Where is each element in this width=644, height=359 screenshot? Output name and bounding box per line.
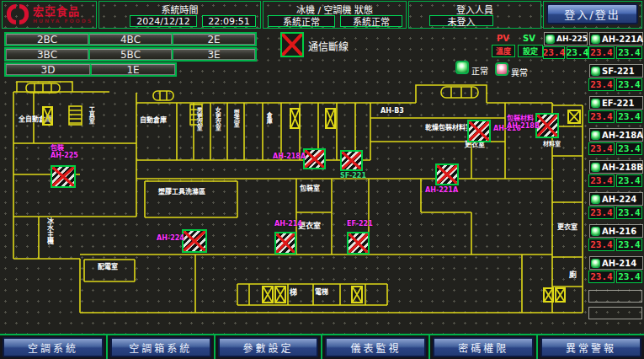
pv-value: 23.4 bbox=[588, 46, 615, 59]
pv-value: 23.4 bbox=[588, 110, 615, 123]
sv-value: 23.4 bbox=[616, 142, 642, 155]
nav-button-異常警報[interactable]: 異常警報 bbox=[540, 337, 641, 357]
unit-AH-224[interactable]: AH-224 bbox=[589, 192, 643, 206]
sv-value: 23.4 bbox=[616, 271, 642, 283]
empty-unit-slot bbox=[588, 307, 642, 319]
unit-AH-218A[interactable]: AH-218A bbox=[589, 128, 643, 142]
pv-value: 23.4 bbox=[588, 238, 615, 251]
status-lamp-icon bbox=[591, 35, 600, 44]
sv-value: 23.4 bbox=[616, 46, 642, 59]
nav-button-參數設定[interactable]: 參數設定 bbox=[218, 337, 319, 357]
pv-value: 23.4 bbox=[588, 142, 615, 155]
pv-value: 23.4 bbox=[588, 174, 615, 187]
unit-readout-panel: AH-22523.423.4AH-221A23.423.4SF-22123.42… bbox=[0, 0, 644, 359]
unit-EF-221[interactable]: EF-221 bbox=[589, 96, 643, 110]
nav-cell: 密碼權限 bbox=[428, 335, 536, 359]
nav-cell: 參數設定 bbox=[214, 335, 322, 359]
unit-AH-225[interactable]: AH-225 bbox=[544, 32, 588, 46]
nav-button-儀表監視[interactable]: 儀表監視 bbox=[325, 337, 426, 357]
nav-button-密碼權限[interactable]: 密碼權限 bbox=[433, 337, 534, 357]
status-lamp-icon bbox=[546, 35, 555, 44]
nav-cell: 異常警報 bbox=[536, 335, 644, 359]
unit-AH-216[interactable]: AH-216 bbox=[589, 224, 643, 238]
status-lamp-icon bbox=[591, 131, 600, 140]
status-lamp-icon bbox=[591, 227, 600, 236]
sv-value: 23.4 bbox=[616, 78, 642, 91]
nav-cell: 空調箱系統 bbox=[106, 335, 214, 359]
sv-value: 23.4 bbox=[616, 174, 642, 187]
sv-value: 23.4 bbox=[567, 46, 588, 59]
unit-name: AH-218B bbox=[602, 163, 643, 172]
status-lamp-icon bbox=[591, 99, 600, 108]
hmi-screen: 宏亞食品 HUNYA FOODS 系統時間 2024/12/12 22:09:5… bbox=[0, 0, 644, 359]
unit-AH-221A[interactable]: AH-221A bbox=[589, 32, 643, 46]
status-lamp-icon bbox=[591, 259, 600, 268]
unit-name: AH-216 bbox=[602, 227, 636, 236]
unit-name: AH-225 bbox=[556, 35, 588, 43]
unit-name: AH-218A bbox=[602, 131, 643, 140]
nav-cell: 空調系統 bbox=[0, 335, 106, 359]
unit-name: SF-221 bbox=[602, 67, 635, 76]
unit-name: EF-221 bbox=[602, 99, 634, 108]
pv-value: 23.4 bbox=[588, 271, 615, 283]
unit-name: AH-221A bbox=[602, 35, 643, 44]
unit-SF-221[interactable]: SF-221 bbox=[589, 64, 643, 78]
status-lamp-icon bbox=[591, 195, 600, 204]
unit-AH-218B[interactable]: AH-218B bbox=[589, 160, 643, 174]
pv-value: 23.4 bbox=[588, 206, 615, 219]
sv-value: 23.4 bbox=[616, 206, 642, 219]
bottom-nav-bar: 空調系統空調箱系統參數設定儀表監視密碼權限異常警報 bbox=[0, 334, 644, 359]
nav-cell: 儀表監視 bbox=[321, 335, 428, 359]
status-lamp-icon bbox=[591, 163, 600, 172]
pv-value: 23.4 bbox=[543, 46, 565, 59]
sv-value: 23.4 bbox=[616, 110, 642, 123]
nav-button-空調箱系統[interactable]: 空調箱系統 bbox=[110, 337, 211, 357]
unit-AH-214[interactable]: AH-214 bbox=[589, 256, 643, 270]
pv-value: 23.4 bbox=[588, 78, 615, 91]
nav-button-空調系統[interactable]: 空調系統 bbox=[3, 337, 104, 357]
status-lamp-icon bbox=[591, 67, 600, 76]
empty-unit-slot bbox=[588, 290, 642, 303]
unit-name: AH-214 bbox=[602, 259, 636, 268]
unit-name: AH-224 bbox=[602, 195, 636, 204]
sv-value: 23.4 bbox=[616, 238, 642, 251]
